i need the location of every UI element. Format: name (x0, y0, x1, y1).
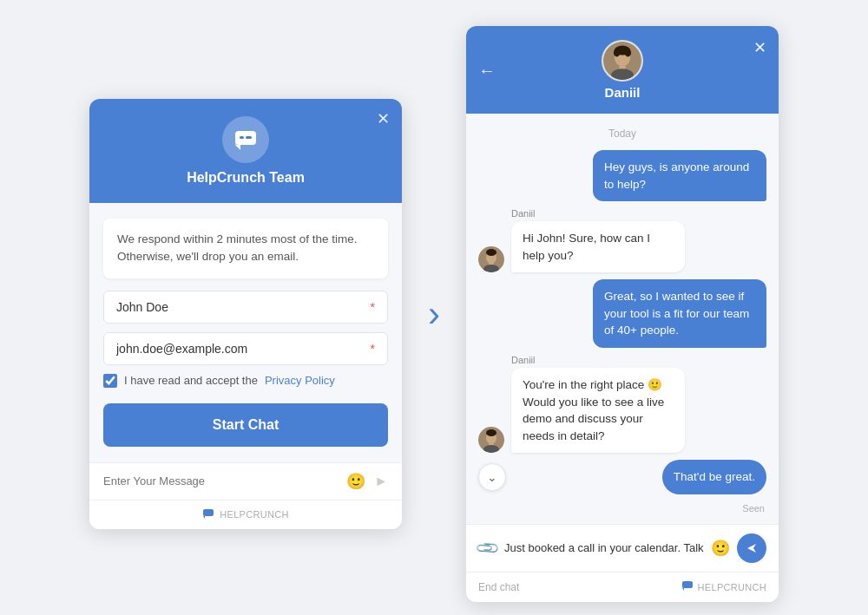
svg-point-10 (611, 69, 634, 82)
chat-input-area: 📎 🙂 (466, 524, 779, 572)
prechat-message-footer: 🙂 ► (89, 462, 402, 500)
svg-rect-2 (246, 136, 252, 139)
date-divider: Today (478, 128, 766, 140)
svg-point-13 (486, 249, 496, 256)
privacy-checkbox-row: I have read and accept the Privacy Polic… (103, 374, 388, 388)
chat-brand-logo-icon (681, 579, 694, 595)
message-content-3: Great, so I wanted to see if your tool i… (593, 279, 766, 348)
message-content-2: Daniil Hi John! Sure, how can I help you… (511, 208, 685, 272)
name-required-star: * (371, 300, 375, 314)
end-chat-link[interactable]: End chat (478, 581, 519, 593)
prechat-widget: ✕ HelpCrunch Team We respond within 2 mi… (89, 99, 402, 529)
svg-point-7 (614, 49, 620, 56)
checkbox-label-text: I have read and accept the (124, 374, 258, 387)
header-icon-circle (222, 116, 269, 163)
agent-avatar (602, 40, 643, 82)
helpcrunch-logo-icon-right (681, 579, 694, 592)
chat-icon (233, 128, 258, 152)
svg-rect-21 (682, 581, 693, 588)
name-input-wrap: * (103, 291, 388, 324)
sender-name-2: Daniil (511, 208, 685, 219)
chat-close-button[interactable]: ✕ (753, 38, 766, 57)
svg-rect-1 (240, 136, 244, 139)
svg-point-18 (486, 429, 496, 436)
name-input[interactable] (116, 300, 371, 314)
sender-name-4: Daniil (511, 355, 685, 365)
chat-header: ← (466, 26, 779, 114)
agent-name: Daniil (605, 85, 641, 100)
email-input[interactable] (116, 342, 371, 356)
message-row-1: Hey guys, is anyone around to help? (478, 150, 766, 201)
received-avatar-2 (478, 246, 504, 272)
message-avatar-4 (478, 427, 504, 453)
chat-brand-footer: HELPCRUNCH (681, 579, 766, 595)
prechat-title: HelpCrunch Team (187, 170, 305, 186)
svg-rect-0 (235, 131, 256, 145)
chat-messages: Today Hey guys, is anyone around to help… (466, 114, 779, 524)
message-content-1: Hey guys, is anyone around to help? (593, 150, 766, 201)
chat-header-center: Daniil (483, 40, 761, 100)
footer-icons: 🙂 ► (346, 472, 388, 491)
chat-message-input[interactable] (504, 541, 704, 554)
brand-logo-icon (202, 507, 214, 522)
message-row-2: Daniil Hi John! Sure, how can I help you… (478, 208, 766, 272)
svg-point-8 (625, 49, 631, 56)
emoji-icon[interactable]: 🙂 (346, 472, 365, 491)
scroll-down-button[interactable]: ⌄ (478, 463, 506, 491)
privacy-policy-link[interactable]: Privacy Policy (265, 374, 335, 387)
message-bubble-4: You're in the right place 🙂Would you lik… (511, 368, 685, 453)
privacy-checkbox[interactable] (103, 374, 117, 388)
prechat-header: ✕ HelpCrunch Team (89, 99, 402, 203)
chat-footer: End chat HELPCRUNCH (466, 572, 779, 602)
message-row-3: Great, so I wanted to see if your tool i… (478, 279, 766, 348)
message-bubble-1: Hey guys, is anyone around to help? (593, 150, 766, 201)
arrow-divider: › (428, 293, 440, 335)
message-input[interactable] (103, 474, 339, 487)
prechat-form: * * I have read and accept the Privacy P… (103, 291, 388, 388)
send-icon[interactable]: ► (374, 474, 388, 489)
send-arrow-icon (746, 542, 758, 554)
prechat-brand-footer: HELPCRUNCH (89, 500, 402, 529)
agent-avatar-image (603, 40, 641, 82)
info-text: We respond within 2 minutes most of the … (117, 232, 358, 263)
chat-send-button[interactable] (737, 533, 766, 563)
message-avatar-2 (478, 246, 504, 272)
scroll-and-pill-row: ⌄ That'd be great. (478, 460, 766, 494)
message-bubble-2: Hi John! Sure, how can I help you? (511, 221, 685, 272)
info-box: We respond within 2 minutes most of the … (103, 219, 388, 278)
brand-name-right: HELPCRUNCH (698, 582, 766, 592)
email-input-wrap: * (103, 332, 388, 365)
prechat-body: We respond within 2 minutes most of the … (89, 203, 402, 462)
back-button[interactable]: ← (478, 60, 496, 80)
message-row-4: Daniil You're in the right place 🙂Would … (478, 355, 766, 453)
message-content-4: Daniil You're in the right place 🙂Would … (511, 355, 685, 453)
seen-label: Seen (478, 503, 765, 514)
prechat-close-button[interactable]: ✕ (377, 109, 390, 128)
attach-icon[interactable]: 📎 (474, 534, 501, 561)
email-required-star: * (371, 342, 375, 356)
message-bubble-5: That'd be great. (662, 460, 766, 494)
message-bubble-3: Great, so I wanted to see if your tool i… (593, 279, 766, 348)
start-chat-button[interactable]: Start Chat (103, 403, 388, 447)
brand-name-left: HELPCRUNCH (220, 509, 288, 520)
page-container: ✕ HelpCrunch Team We respond within 2 mi… (63, 0, 805, 615)
chat-emoji-icon[interactable]: 🙂 (711, 539, 730, 558)
svg-rect-3 (203, 509, 214, 516)
helpcrunch-logo-icon (202, 507, 214, 520)
received-avatar-4 (478, 427, 504, 453)
chat-widget: ← (466, 26, 779, 602)
